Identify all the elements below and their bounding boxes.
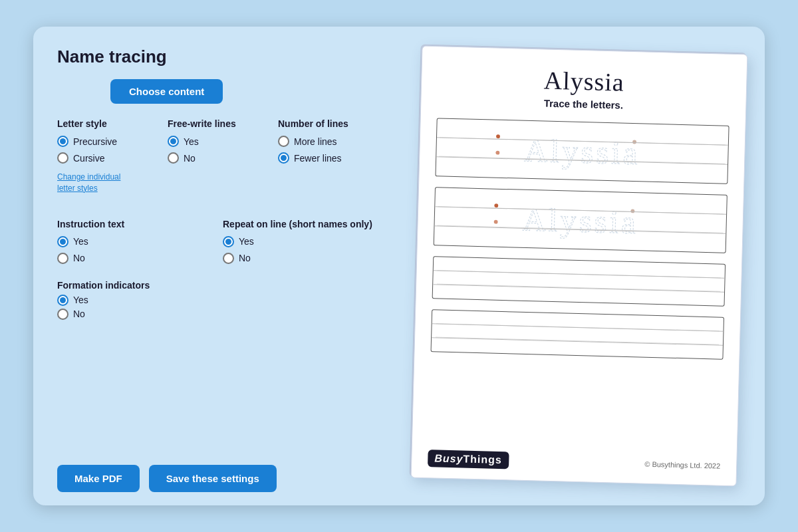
formation-yes-radio[interactable]: [57, 295, 68, 306]
page-title: Name tracing: [57, 47, 382, 67]
instruction-no-row[interactable]: No: [57, 253, 216, 264]
trace-box-2: Alyssia: [434, 187, 728, 253]
letter-style-group: Letter style Precursive Cursive Change i…: [57, 118, 161, 194]
fewer-lines-radio[interactable]: [278, 152, 289, 164]
bottom-bar: Make PDF Save these settings: [57, 465, 277, 492]
formation-indicators-label: Formation indicators: [57, 280, 382, 291]
formation-no-row[interactable]: No: [57, 309, 382, 320]
free-write-no-row[interactable]: No: [168, 152, 271, 164]
more-lines-row[interactable]: More lines: [278, 136, 382, 147]
svg-text:Alyssia: Alyssia: [524, 132, 640, 172]
svg-point-10: [494, 220, 498, 224]
cursive-radio-row[interactable]: Cursive: [57, 152, 161, 164]
precursive-radio[interactable]: [57, 136, 68, 147]
cursive-label: Cursive: [73, 153, 104, 164]
free-write-lines-group: Free-write lines Yes No: [168, 118, 271, 194]
fewer-lines-row[interactable]: Fewer lines: [278, 152, 382, 164]
svg-point-4: [495, 151, 499, 155]
instruction-text-group: Instruction text Yes No: [57, 219, 216, 267]
busythings-logo: BusyThings: [428, 450, 509, 469]
instruction-text-label: Instruction text: [57, 219, 216, 229]
repeat-yes-row[interactable]: Yes: [223, 236, 382, 247]
paper-copyright: © Busythings Ltd. 2022: [644, 460, 720, 470]
paper-logo-bar: BusyThings © Busythings Ltd. 2022: [428, 443, 721, 475]
precursive-radio-row[interactable]: Precursive: [57, 136, 161, 147]
repeat-no-radio[interactable]: [223, 253, 234, 264]
free-write-yes-radio[interactable]: [168, 136, 179, 147]
formation-yes-label: Yes: [73, 295, 88, 305]
trace-svg-1: Alyssia: [436, 118, 728, 183]
save-settings-button[interactable]: Save these settings: [149, 465, 277, 492]
svg-text:Alyssia: Alyssia: [522, 201, 638, 241]
choose-content-button[interactable]: Choose content: [110, 79, 223, 104]
free-write-no-radio[interactable]: [168, 152, 179, 164]
letter-style-label: Letter style: [57, 118, 161, 129]
cursive-radio[interactable]: [57, 152, 68, 164]
trace-svg-2: Alyssia: [434, 188, 727, 252]
right-panel: Alyssia Trace the letters. Alyssia: [406, 27, 765, 505]
repeat-no-row[interactable]: No: [223, 253, 382, 264]
busy-text: Busy: [434, 452, 464, 464]
more-lines-radio[interactable]: [278, 136, 289, 147]
repeat-yes-label: Yes: [239, 236, 254, 247]
number-of-lines-label: Number of lines: [278, 118, 382, 129]
svg-point-3: [496, 134, 500, 138]
paper-instruction: Trace the letters.: [544, 98, 624, 111]
repeat-yes-radio[interactable]: [223, 236, 234, 247]
free-write-yes-row[interactable]: Yes: [168, 136, 271, 147]
left-panel: Name tracing Choose content Letter style…: [33, 27, 406, 505]
repeat-on-line-group: Repeat on line (short names only) Yes No: [223, 219, 382, 267]
instruction-yes-radio[interactable]: [57, 236, 68, 247]
repeat-on-line-label: Repeat on line (short names only): [223, 219, 382, 229]
things-text: Things: [463, 454, 502, 466]
formation-indicators-group: Formation indicators Yes No: [57, 280, 382, 323]
svg-line-12: [438, 271, 721, 278]
free-write-no-label: No: [184, 153, 196, 164]
trace-box-1: Alyssia: [435, 118, 729, 184]
trace-box-4: [431, 309, 725, 359]
trace-box-3: [432, 256, 726, 306]
formation-yes-row[interactable]: Yes: [57, 295, 382, 306]
more-lines-label: More lines: [294, 136, 337, 147]
trace-svg-4: [432, 310, 724, 358]
svg-line-14: [436, 324, 720, 331]
trace-svg-3: [433, 257, 725, 305]
formation-no-radio[interactable]: [57, 309, 68, 320]
instruction-yes-row[interactable]: Yes: [57, 236, 216, 247]
precursive-label: Precursive: [73, 136, 117, 147]
repeat-no-label: No: [239, 253, 251, 263]
make-pdf-button[interactable]: Make PDF: [57, 465, 140, 492]
formation-no-label: No: [73, 309, 85, 319]
paper-preview: Alyssia Trace the letters. Alyssia: [411, 46, 748, 487]
free-write-lines-label: Free-write lines: [168, 118, 271, 129]
change-individual-link[interactable]: Change individualletter styles: [57, 172, 161, 194]
svg-line-13: [437, 284, 720, 291]
free-write-yes-label: Yes: [184, 136, 199, 147]
paper-name: Alyssia: [543, 66, 624, 97]
instruction-yes-label: Yes: [73, 236, 88, 247]
settings-row-2: Instruction text Yes No Repeat on line (…: [57, 219, 382, 267]
instruction-no-label: No: [73, 253, 85, 263]
instruction-no-radio[interactable]: [57, 253, 68, 264]
number-of-lines-group: Number of lines More lines Fewer lines: [278, 118, 382, 194]
fewer-lines-label: Fewer lines: [294, 153, 342, 164]
svg-line-15: [436, 337, 719, 344]
settings-row-1: Letter style Precursive Cursive Change i…: [57, 118, 382, 194]
main-container: Name tracing Choose content Letter style…: [33, 27, 765, 505]
svg-point-9: [494, 203, 498, 207]
